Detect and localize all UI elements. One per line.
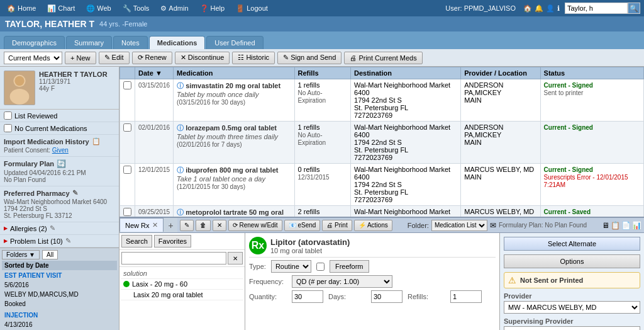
list-reviewed-label: List Reviewed <box>14 112 57 120</box>
nav-home[interactable]: 🏠 Home <box>4 3 39 14</box>
event-2[interactable]: INJECTION 4/13/2016 WELBY MD,MARCUS,MD B… <box>2 310 117 330</box>
supervising-provider-label: Supervising Provider <box>504 317 640 325</box>
row-checkbox-4[interactable] <box>123 208 131 216</box>
search-clear-btn[interactable]: ✕ <box>228 252 243 265</box>
row-checkbox-2[interactable] <box>123 123 131 132</box>
nav-tools[interactable]: 🔧 Tools <box>119 3 153 14</box>
search-label-item: solution <box>121 268 243 279</box>
status-3: Current - Signed <box>544 166 593 173</box>
dest-phone-1: 7272023769 <box>354 111 392 119</box>
provider-3: MARCUS WELBY, MD <box>464 166 534 173</box>
nav-chart[interactable]: 📊 Chart <box>44 3 78 14</box>
event-1[interactable]: EST PATIENT VISIT 5/6/2016 WELBY MD,MARC… <box>2 270 117 310</box>
drug-list-item-1[interactable]: Lasix - 20 mg - 60 <box>121 279 243 290</box>
all-btn[interactable]: All <box>42 250 58 259</box>
tab-notes[interactable]: Notes <box>113 36 148 49</box>
quantity-label: Quantity: <box>249 293 287 300</box>
search-button[interactable]: 🔍 <box>628 3 640 14</box>
tab-medications[interactable]: Medications <box>149 36 206 49</box>
patient-card: HEATHER T TAYLOR 11/13/1971 44y F <box>0 67 119 110</box>
row-checkbox-3[interactable] <box>123 166 131 174</box>
renew-with-edit-btn[interactable]: ⟳ Renew w/Edit <box>228 220 282 231</box>
days-input[interactable] <box>371 290 402 303</box>
favorites-btn[interactable]: Favorites <box>154 235 191 248</box>
search-tab-btn[interactable]: Search <box>121 235 152 248</box>
folders-btn[interactable]: Folders ▼ <box>2 250 40 259</box>
type-checkbox[interactable] <box>316 263 325 271</box>
edit-rx-btn[interactable]: ✎ <box>180 220 194 231</box>
table-row: 03/15/2016 ⓘ simvastatin 20 mg oral tabl… <box>120 79 644 122</box>
tab-demographics[interactable]: Demographics <box>4 36 65 49</box>
new-button[interactable]: + New <box>65 52 96 64</box>
person-icon: 👤 <box>546 4 555 13</box>
problems-edit-icon[interactable]: ✎ <box>65 237 71 245</box>
nav-admin[interactable]: ⚙ Admin <box>157 3 191 14</box>
cancel-rx-btn[interactable]: ✕ <box>213 220 226 231</box>
status2-1: Sent to printer <box>544 89 584 96</box>
patient-search-input[interactable] <box>565 3 628 14</box>
col-date[interactable]: Date ▼ <box>135 67 174 79</box>
nav-web[interactable]: 🌐 Web <box>83 3 114 14</box>
print-btn[interactable]: 🖨 Print <box>322 220 352 231</box>
dest-addr-3: 1794 22nd St S <box>354 181 402 188</box>
delete-rx-btn[interactable]: 🗑 <box>196 220 211 231</box>
med-name-3: ibuprofen 800 mg oral tablet <box>186 166 278 174</box>
esend-btn[interactable]: 📧 eSend <box>284 220 321 231</box>
nav-logout[interactable]: 🚪 Logout <box>233 3 271 14</box>
allergies-item[interactable]: ▸ Allergies (2) ✎ <box>0 222 119 235</box>
actions-btn[interactable]: ⚡ Actions <box>354 220 392 231</box>
patient-age-gender: 44 yrs. -Female <box>99 20 147 28</box>
close-new-rx-icon[interactable]: ✕ <box>152 221 158 229</box>
type-select[interactable]: Routine <box>271 260 311 273</box>
no-current-meds-label: No Current Medications <box>14 125 87 132</box>
consent-link[interactable]: Given <box>52 147 69 154</box>
status-provider-panel: Select Alternate Options ⚠ Not Sent or P… <box>499 233 644 330</box>
drug-icon: Rx <box>249 237 267 254</box>
col-provider: Provider / Location <box>461 67 540 79</box>
historic-button[interactable]: ☷ Historic <box>232 52 275 64</box>
date-2: 02/01/2016 <box>138 124 170 131</box>
row-checkbox-1[interactable] <box>123 81 131 89</box>
list-reviewed-checkbox[interactable] <box>4 111 12 120</box>
preferred-pharmacy-section: Preferred Pharmacy ✎ Wal-Mart Neighborho… <box>0 186 119 222</box>
edit-button[interactable]: ✎ Edit <box>99 52 130 64</box>
problems-item[interactable]: ▸ Problem List (10) ✎ <box>0 235 119 248</box>
drug-search-input[interactable] <box>121 252 226 265</box>
provider-select[interactable]: MW - MARCUS WELBY, MD <box>504 301 640 314</box>
pharmacy-edit-icon[interactable]: ✎ <box>72 189 78 197</box>
select-alternate-btn[interactable]: Select Alternate <box>504 237 640 251</box>
frequency-select[interactable]: QD (# per day: 1.00) <box>292 275 392 288</box>
new-rx-tab[interactable]: New Rx ✕ <box>119 218 164 232</box>
current-meds-select[interactable]: Current Meds <box>4 52 62 64</box>
drug-list-item-2[interactable]: Lasix 20 mg oral tablet <box>121 290 243 300</box>
days-label: Days: <box>328 293 366 300</box>
toolbar-icon-1: 🖥 <box>602 221 609 230</box>
tab-summary[interactable]: Summary <box>66 36 112 49</box>
provider-section-label: Provider <box>504 292 640 300</box>
patient-full-name: HEATHER T TAYLOR <box>39 71 115 78</box>
formulary-refresh-icon[interactable]: 🔄 <box>57 159 66 168</box>
print-current-meds-button[interactable]: 🖨 Print Current Meds <box>344 52 422 64</box>
drug-header: Rx Lipitor (atorvastatin) 10 mg oral tab… <box>249 237 496 258</box>
discontinue-button[interactable]: ✕ Discontinue <box>175 52 230 64</box>
add-tab-icon[interactable]: + <box>165 218 177 232</box>
allergies-edit-icon[interactable]: ✎ <box>50 224 55 232</box>
folder-select[interactable]: Medication List <box>431 220 487 231</box>
refills-input[interactable] <box>450 290 482 303</box>
supervising-provider-select[interactable]: - Supervising Provider - <box>504 326 640 330</box>
info-icon-1[interactable]: ⓘ <box>177 82 186 89</box>
info-icon-4[interactable]: ⓘ <box>177 208 186 216</box>
nav-help[interactable]: ❓ Help <box>197 3 228 14</box>
freeform-button[interactable]: Freeform <box>330 260 369 273</box>
drug-strength: 10 mg oral tablet <box>270 247 350 254</box>
sign-send-button[interactable]: ✎ Sign and Send <box>277 52 341 64</box>
table-row: 12/01/2015 ⓘ ibuprofen 800 mg oral table… <box>120 164 644 206</box>
no-current-meds-checkbox[interactable] <box>4 124 12 132</box>
refill-exp-3: 12/31/2015 <box>298 174 330 181</box>
info-icon-3[interactable]: ⓘ <box>177 166 186 174</box>
tab-user-defined[interactable]: User Defined <box>206 36 263 49</box>
options-button[interactable]: Options <box>504 254 640 268</box>
renew-button[interactable]: ⟳ Renew <box>132 52 172 64</box>
quantity-input[interactable] <box>292 290 323 303</box>
info-icon-2[interactable]: ⓘ <box>177 124 186 132</box>
